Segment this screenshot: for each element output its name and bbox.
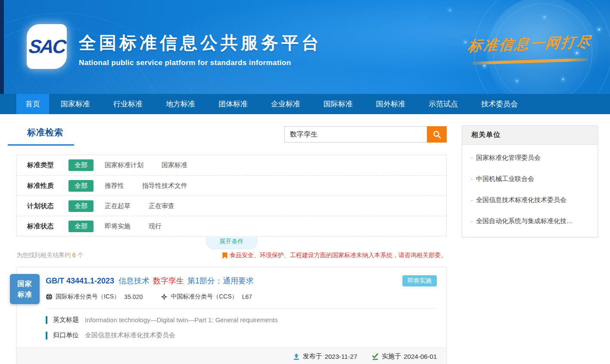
header-slogan: 标准信息一网打尽 <box>465 34 594 63</box>
notice: 食品安全、环境保护、工程建设方面的国家标准未纳入本系统，请咨询相关部委。 <box>222 252 447 259</box>
filter-option[interactable]: 正在审查 <box>149 202 174 210</box>
result-count-suffix: 个 <box>78 252 84 258</box>
standard-title-highlight[interactable]: 数字孪生 <box>153 276 184 286</box>
bookmark-icon <box>222 252 227 259</box>
card-title-row: GB/T 43441.1-2023 信息技术 数字孪生 第1部分：通用要求 即将… <box>46 275 437 286</box>
ccs-label: 中国标准分类号（CCS） <box>171 293 238 301</box>
result-count-prefix: 为您找到相关结果约 <box>16 252 71 258</box>
card-meta-row: 国际标准分类号（ICS） 35.020 中国标准分类号（CCS） L67 <box>46 293 437 301</box>
filter-all-badge[interactable]: 全部 <box>68 159 93 171</box>
nav-item-industry-standards[interactable]: 行业标准 <box>102 94 154 114</box>
site-title: 全国标准信息公共服务平台 <box>79 31 322 55</box>
ccs-value: L67 <box>242 293 252 300</box>
sidebar-item-sac[interactable]: 国家标准化管理委员会 <box>471 147 589 168</box>
nav-item-enterprise-standards[interactable]: 企业标准 <box>259 94 312 114</box>
nav-item-home[interactable]: 首页 <box>16 94 49 114</box>
filter-options: 正在起草 正在审查 <box>105 202 193 210</box>
standard-title-part[interactable]: 信息技术 <box>118 276 149 286</box>
content: 标准检索 标准类型 全部 <box>0 114 610 364</box>
sidebar-list: 国家标准化管理委员会 中国机械工业联合会 全国信息技术标准化技术委员会 全国自动… <box>462 145 598 237</box>
filter-options: 推荐性 指导性技术文件 <box>105 182 205 190</box>
implement-check-icon <box>372 353 379 360</box>
glow-dot <box>483 65 486 67</box>
filter-option[interactable]: 国家标准计划 <box>105 161 143 169</box>
nav-item-group-standards[interactable]: 团体标准 <box>207 94 259 114</box>
filter-option[interactable]: 现行 <box>149 222 162 230</box>
detail-label: 英文标题 <box>53 316 79 324</box>
glow-dot <box>562 78 564 80</box>
page: SAC 全国标准信息公共服务平台 National public service… <box>0 0 610 364</box>
status-badge: 即将实施 <box>402 275 437 286</box>
standard-code-link[interactable]: GB/T 43441.1-2023 <box>46 277 114 286</box>
sidebar-item-it-standardization-committee[interactable]: 全国信息技术标准化技术委员会 <box>471 190 589 211</box>
filter-all-badge[interactable]: 全部 <box>68 221 93 232</box>
filter-option[interactable]: 正在起草 <box>105 202 131 210</box>
globe-icon <box>46 293 53 300</box>
nav-item-technical-committees[interactable]: 技术委员会 <box>470 94 529 114</box>
implemented-date: 2024-06-01 <box>404 353 437 360</box>
filter-option[interactable]: 推荐性 <box>105 182 124 190</box>
detail-row-committee: 归口单位 全国信息技术标准化技术委员会 <box>46 331 437 339</box>
national-standard-badge: 国家 标准 <box>10 274 40 304</box>
filter-row-standard-nature: 标准性质 全部 推荐性 指导性技术文件 <box>17 175 446 196</box>
notice-text: 食品安全、环境保护、工程建设方面的国家标准未纳入本系统，请咨询相关部委。 <box>230 252 447 259</box>
glow-dot <box>449 9 451 11</box>
filter-label: 标准性质 <box>27 182 68 190</box>
sidebar-header: 相关单位 <box>462 126 598 145</box>
nav-item-foreign-standards[interactable]: 国外标准 <box>364 94 417 114</box>
filter-options: 国家标准计划 国家标准 <box>105 161 205 169</box>
nav-item-international-standards[interactable]: 国际标准 <box>312 94 364 114</box>
filter-row-standard-status: 标准状态 全部 即将实施 现行 <box>17 216 446 236</box>
filter-label: 计划状态 <box>27 202 68 210</box>
published-label: 发布于 <box>303 352 322 361</box>
search-box <box>284 126 447 143</box>
glow-dot <box>516 80 518 82</box>
filter-row-standard-type: 标准类型 全部 国家标准计划 国家标准 <box>17 155 446 175</box>
detail-bar-decor <box>46 316 47 324</box>
search-row: 标准检索 <box>16 125 447 149</box>
main-column: 标准检索 标准类型 全部 <box>16 125 447 364</box>
sidebar-item-automation-systems-committee[interactable]: 全国自动化系统与集成标准化技… <box>471 211 589 232</box>
sac-logo[interactable]: SAC <box>27 24 67 69</box>
ics-value: 35.020 <box>124 293 143 300</box>
main-nav: 首页 国家标准 行业标准 地方标准 团体标准 企业标准 国际标准 国外标准 示范… <box>0 94 610 114</box>
detail-value: Information technology—Digital twin—Part… <box>85 316 278 324</box>
search-icon <box>433 130 442 139</box>
filter-row-plan-status: 计划状态 全部 正在起草 正在审查 <box>17 196 446 216</box>
sidebar-title: 相关单位 <box>471 131 501 138</box>
site-title-block: 全国标准信息公共服务平台 National public service pla… <box>79 31 322 67</box>
result-count-number: 6 <box>72 252 76 258</box>
filter-option[interactable]: 国家标准 <box>162 161 187 169</box>
glow-dot <box>544 16 545 18</box>
implemented-date-item: 实施于 2024-06-01 <box>372 352 437 361</box>
nav-item-pilot-program[interactable]: 示范试点 <box>417 94 470 114</box>
site-subtitle: National public service platform for sta… <box>79 59 322 67</box>
standard-title-part[interactable]: 第1部分：通用要求 <box>187 276 254 286</box>
filter-all-badge[interactable]: 全部 <box>68 200 93 212</box>
detail-row-english-title: 英文标题 Information technology—Digital twin… <box>46 316 437 324</box>
filter-option[interactable]: 指导性技术文件 <box>142 182 187 190</box>
filter-panel: 标准类型 全部 国家标准计划 国家标准 标准性质 全部 推荐性 指导性技术文件 <box>16 155 447 236</box>
nav-item-local-standards[interactable]: 地方标准 <box>154 94 207 114</box>
detail-value: 全国信息技术标准化技术委员会 <box>85 331 175 339</box>
compass-icon <box>161 293 168 300</box>
expand-row: 展开条件 <box>16 236 447 249</box>
result-card[interactable]: 国家 标准 GB/T 43441.1-2023 信息技术 数字孪生 第1部分：通… <box>16 267 447 364</box>
published-date-item: 发布于 2023-11-27 <box>293 352 358 361</box>
search-input[interactable] <box>284 126 427 143</box>
filter-all-badge[interactable]: 全部 <box>68 180 93 192</box>
search-button[interactable] <box>427 126 447 143</box>
header-left-edge <box>0 0 4 94</box>
slogan-text: 标准信息一网打尽 <box>464 32 596 56</box>
sidebar-related-units: 相关单位 国家标准化管理委员会 中国机械工业联合会 全国信息技术标准化技术委员会… <box>462 125 598 237</box>
type-badge-line2: 标准 <box>10 289 40 300</box>
result-count: 为您找到相关结果约6个 <box>16 252 84 259</box>
nav-item-national-standards[interactable]: 国家标准 <box>49 94 102 114</box>
expand-conditions-button[interactable]: 展开条件 <box>206 236 257 249</box>
card-divider <box>46 308 437 308</box>
section-title: 标准检索 <box>27 128 63 137</box>
detail-bar-decor <box>46 332 47 339</box>
filter-option[interactable]: 即将实施 <box>105 222 131 230</box>
sidebar-item-machinery-federation[interactable]: 中国机械工业联合会 <box>471 168 589 190</box>
tab-standard-search[interactable]: 标准检索 <box>8 125 74 146</box>
